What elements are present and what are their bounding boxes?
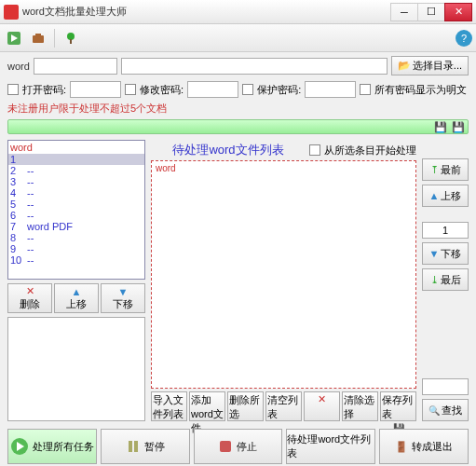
protect-pw-checkbox[interactable] <box>242 84 253 95</box>
add-word-button[interactable]: 添加word文件 <box>189 391 225 421</box>
svg-rect-4 <box>70 39 72 44</box>
file-list-title: 待处理word文件列表 <box>151 142 306 158</box>
file-list[interactable]: word <box>151 160 416 389</box>
task-row[interactable]: 5-- <box>8 199 144 210</box>
task-row[interactable]: 10-- <box>8 254 144 266</box>
separator <box>54 29 55 48</box>
task-row[interactable]: 9-- <box>8 243 144 254</box>
del-selected-button[interactable]: 删除所选 <box>227 391 264 421</box>
open-pw-checkbox[interactable] <box>7 84 19 95</box>
move-count-input[interactable] <box>422 222 469 239</box>
task-list-header: word <box>8 141 144 154</box>
window-title: word文档批量处理大师 <box>22 5 391 19</box>
briefcase-icon[interactable] <box>28 28 48 48</box>
load-icon[interactable]: 💾 <box>451 119 466 134</box>
svg-rect-2 <box>35 34 41 36</box>
task-row[interactable]: 7word PDF <box>8 221 144 232</box>
protect-pw-input[interactable] <box>305 81 356 98</box>
plaintext-label: 所有密码显示为明文 <box>374 83 467 97</box>
app-icon <box>4 5 19 20</box>
save-icon[interactable]: 💾 <box>433 119 448 134</box>
stop-button[interactable]: 停止 <box>194 429 283 464</box>
folder-icon: 📂 <box>398 60 411 72</box>
tree-icon[interactable] <box>61 28 81 48</box>
task-row[interactable]: 1 <box>8 154 144 165</box>
clear-sel-button[interactable]: 清除选择 <box>342 391 378 421</box>
del-list-button[interactable]: ✕ <box>304 391 340 421</box>
import-list-button[interactable]: 导入文件列表 <box>151 391 187 421</box>
pause-button[interactable]: 暂停 <box>101 429 190 464</box>
task-row[interactable]: 8-- <box>8 232 144 243</box>
svg-rect-6 <box>129 441 132 452</box>
maximize-button[interactable]: ☐ <box>417 3 445 21</box>
task-down-button[interactable]: ▼下移 <box>101 283 145 313</box>
svg-point-3 <box>67 33 75 40</box>
modify-pw-input[interactable] <box>187 81 238 98</box>
task-row[interactable]: 6-- <box>8 210 144 221</box>
minimize-button[interactable]: ─ <box>390 3 418 21</box>
task-row[interactable]: 3-- <box>8 176 144 187</box>
task-up-button[interactable]: ▲上移 <box>54 283 99 313</box>
run-icon[interactable] <box>4 28 24 48</box>
run-all-button[interactable]: 处理所有任务 <box>7 429 97 464</box>
word-input[interactable] <box>34 58 117 75</box>
run-list-button[interactable]: 待处理word文件列表 <box>286 429 375 464</box>
open-pw-input[interactable] <box>70 81 121 98</box>
close-button[interactable]: ✕ <box>444 3 472 21</box>
svg-rect-1 <box>33 35 44 43</box>
save-list-button[interactable]: 保存列表💾 <box>380 391 416 421</box>
plaintext-checkbox[interactable] <box>360 84 371 95</box>
task-row[interactable]: 4-- <box>8 187 144 199</box>
move-up-button[interactable]: ▲上移 <box>422 185 469 207</box>
register-note: 未注册用户限于处理不超过5个文档 <box>0 100 476 117</box>
delete-task-button[interactable]: ✕删除 <box>7 283 52 313</box>
move-last-button[interactable]: ⤓最后 <box>422 268 469 291</box>
word-label: word <box>7 61 30 72</box>
find-input[interactable] <box>422 378 469 395</box>
task-row[interactable]: 2-- <box>8 165 144 176</box>
file-list-column: word <box>156 163 176 173</box>
move-down-button[interactable]: ▼下移 <box>422 242 469 265</box>
help-icon[interactable]: ? <box>456 30 472 47</box>
log-panel <box>7 317 145 421</box>
from-selection-label: 从所选条目开始处理 <box>324 144 416 158</box>
move-first-button[interactable]: ⤒最前 <box>422 158 469 181</box>
protect-pw-label: 保护密码: <box>257 83 301 97</box>
from-selection-checkbox[interactable] <box>309 144 320 156</box>
modify-pw-checkbox[interactable] <box>125 84 136 95</box>
path-input[interactable] <box>121 58 388 75</box>
progress-bar: 💾 💾 <box>7 119 469 134</box>
clear-list-button[interactable]: 清空列表 <box>265 391 302 421</box>
modify-pw-label: 修改密码: <box>140 83 184 97</box>
svg-rect-8 <box>220 441 231 452</box>
exit-button[interactable]: 🚪转成退出 <box>379 429 469 464</box>
select-dir-button[interactable]: 📂选择目录... <box>391 56 469 75</box>
svg-rect-7 <box>134 441 138 452</box>
find-button[interactable]: 🔍查找 <box>422 399 469 421</box>
task-list[interactable]: word 12--3--4--5--6--7word PDF8--9--10-- <box>7 140 145 280</box>
open-pw-label: 打开密码: <box>22 83 66 97</box>
